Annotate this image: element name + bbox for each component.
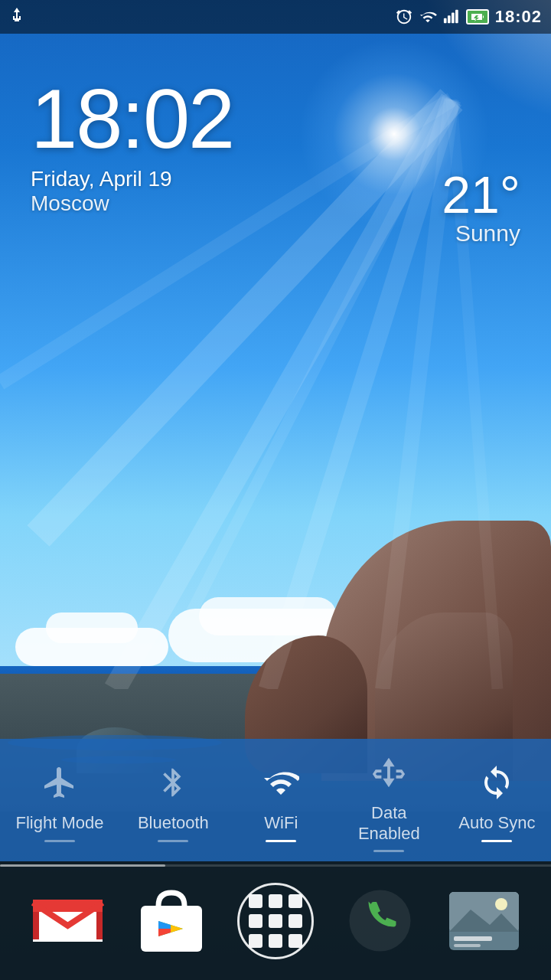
phone-app-icon[interactable] — [337, 879, 422, 963]
svg-point-23 — [495, 898, 507, 910]
wifi-toggle[interactable]: WiFi — [243, 758, 319, 841]
clock-date: Friday, April 19 — [31, 167, 233, 191]
flight-mode-icon — [35, 758, 84, 807]
usb-icon — [9, 8, 24, 26]
clock-city: Moscow — [31, 191, 233, 216]
auto-sync-icon — [472, 758, 521, 807]
app-drawer-circle — [237, 883, 314, 959]
svg-rect-8 — [444, 18, 447, 23]
wifi-icon — [256, 758, 305, 807]
status-bar: 18:02 — [0, 0, 551, 34]
dock — [0, 861, 551, 980]
svg-rect-25 — [454, 944, 481, 947]
svg-rect-9 — [448, 15, 451, 23]
svg-rect-11 — [455, 10, 458, 23]
data-toggle[interactable]: DataEnabled — [350, 748, 427, 852]
contacts-app-icon[interactable] — [442, 879, 526, 963]
flight-mode-indicator — [44, 840, 75, 842]
flight-mode-toggle[interactable]: Flight Mode — [15, 758, 103, 841]
data-indicator — [373, 850, 404, 852]
signal-icon — [443, 8, 460, 25]
status-time: 18:02 — [495, 7, 542, 27]
auto-sync-toggle[interactable]: Auto Sync — [458, 758, 535, 841]
auto-sync-indicator — [481, 840, 512, 842]
weather-description: Sunny — [442, 220, 520, 247]
svg-rect-24 — [454, 936, 492, 941]
clock-time: 18:02 — [31, 77, 233, 161]
svg-rect-10 — [452, 13, 455, 24]
flight-mode-label: Flight Mode — [15, 813, 103, 833]
bluetooth-toggle[interactable]: Bluetooth — [135, 758, 211, 841]
weather-widget: 21° Sunny — [442, 168, 520, 247]
status-right-icons: 18:02 — [396, 7, 542, 27]
status-left-icons — [9, 8, 24, 26]
drawer-dots-grid — [249, 894, 302, 948]
bluetooth-indicator — [158, 840, 188, 842]
alarm-icon — [396, 8, 412, 25]
clock-widget: 18:02 Friday, April 19 Moscow — [31, 77, 233, 216]
bluetooth-icon — [148, 758, 197, 807]
wifi-status-icon — [419, 8, 437, 25]
wifi-indicator — [266, 840, 296, 842]
auto-sync-label: Auto Sync — [458, 813, 535, 833]
app-drawer-button[interactable] — [233, 879, 318, 963]
battery-icon — [466, 9, 489, 24]
quick-settings-panel: Flight Mode Bluetooth WiFi DataEnabled — [0, 739, 551, 861]
data-label: DataEnabled — [358, 803, 420, 844]
scroll-thumb — [0, 864, 165, 867]
scroll-indicator — [0, 864, 551, 867]
svg-rect-16 — [33, 912, 39, 939]
play-store-app-icon[interactable] — [129, 879, 214, 963]
bluetooth-label: Bluetooth — [138, 813, 209, 833]
wifi-label: WiFi — [264, 813, 298, 833]
weather-temperature: 21° — [442, 168, 520, 220]
data-enabled-icon — [364, 748, 413, 797]
gmail-app-icon[interactable] — [25, 879, 109, 963]
svg-rect-17 — [96, 912, 103, 939]
